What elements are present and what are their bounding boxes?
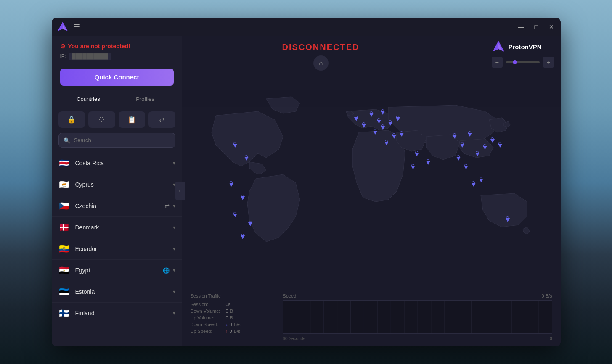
zoom-out-button[interactable]: − [492,57,503,68]
warning-icon: ⊙ [60,42,66,50]
flag-denmark: 🇩🇰 [58,222,70,232]
ip-value: ██████████ [69,53,111,60]
down-volume-value: 0 [226,309,228,314]
protection-status: ⊙ You are not protected! IP: ██████████ [52,36,182,63]
country-name-denmark: Denmark [75,224,173,231]
world-map-area[interactable] [182,69,561,288]
speed-chart-svg [283,300,552,334]
close-button[interactable]: ✕ [547,23,556,31]
filter-secure-btn[interactable]: 🔒 [58,111,85,128]
ip-label: IP: [60,53,66,59]
stat-up-volume: Up Volume: 0 B [191,315,275,320]
minimize-button[interactable]: — [517,23,525,31]
zoom-in-button[interactable]: + [543,57,554,68]
map-panel: ‹ DISCONNECTED ⌂ [182,36,561,346]
up-volume-unit: B [230,315,233,320]
protonvpn-logo: ProtonVPN [492,40,554,53]
chevron-costa-rica: ▾ [173,160,175,166]
disconnected-label: DISCONNECTED [282,42,359,52]
up-speed-unit: B/s [234,329,241,334]
protonvpn-icon [57,21,69,33]
speed-max-value: 0 B/s [541,293,552,298]
session-traffic-title: Session Traffic [191,293,275,298]
stat-down-volume: Down Volume: 0 B [191,309,275,314]
country-item-cyprus[interactable]: 🇨🇾 Cyprus ▾ [52,174,182,195]
app-window: ☰ — □ ✕ ⊙ You are not protected! IP: ███… [52,18,561,346]
down-volume-label: Down Volume: [191,309,224,314]
flag-czechia: 🇨🇿 [58,201,70,211]
down-speed-value: 0 [230,322,232,327]
country-item-finland[interactable]: 🇫🇮 Finland ▾ [52,303,182,324]
flag-ecuador: 🇪🇨 [58,244,70,254]
country-name-egypt: Egypt [75,267,163,274]
chart-footer: 60 Seconds 0 [283,336,552,341]
chevron-egypt: ▾ [173,267,175,273]
down-speed-label: Down Speed: [191,322,224,327]
filter-p2p-btn[interactable]: ⇄ [148,111,175,128]
country-name-finland: Finland [75,310,173,317]
up-arrow-icon: ↑ [226,329,228,334]
search-icon: 🔍 [64,137,70,143]
stats-panel: Session Traffic Session: 0s Down Volume:… [182,288,561,346]
country-item-estonia[interactable]: 🇪🇪 Estonia ▾ [52,281,182,303]
speed-chart: Speed 0 B/s [283,293,552,341]
home-icon: ⌂ [319,59,323,67]
chevron-ecuador: ▾ [173,246,175,252]
country-item-czechia[interactable]: 🇨🇿 Czechia ⇄ ▾ [52,195,182,217]
not-protected-text: You are not protected! [68,43,130,50]
session-value: 0s [226,302,231,307]
country-item-denmark[interactable]: 🇩🇰 Denmark ▾ [52,217,182,238]
zoom-slider[interactable] [506,61,540,63]
flag-costa-rica: 🇨🇷 [58,158,70,168]
up-volume-label: Up Volume: [191,315,224,320]
country-list: 🇨🇷 Costa Rica ▾ 🇨🇾 Cyprus ▾ 🇨🇿 Czechia ⇄… [52,153,182,346]
ip-row: IP: ██████████ [60,53,174,60]
chevron-denmark: ▾ [173,224,175,230]
country-item-costa-rica[interactable]: 🇨🇷 Costa Rica ▾ [52,153,182,174]
zoom-controls: − + [492,57,554,68]
country-name-czechia: Czechia [75,203,165,209]
stat-down-speed: Down Speed: ↓ 0 B/s [191,322,275,327]
stat-up-speed: Up Speed: ↑ 0 B/s [191,329,275,334]
chevron-estonia: ▾ [173,289,175,295]
filter-row: 🔒 🛡 📋 ⇄ [52,111,182,128]
session-label: Session: [191,302,224,307]
up-volume-value: 0 [226,315,228,320]
not-protected-banner: ⊙ You are not protected! [60,42,174,50]
quick-connect-button[interactable]: Quick Connect [60,69,174,86]
country-name-ecuador: Ecuador [75,245,173,252]
world-map-svg [182,69,561,288]
search-container: 🔍 [52,133,182,148]
country-name-cyprus: Cyprus [75,181,173,188]
map-top-bar: DISCONNECTED ⌂ ProtonVPN [182,36,561,69]
up-speed-label: Up Speed: [191,329,224,334]
country-name-costa-rica: Costa Rica [75,160,173,166]
search-input[interactable] [58,133,175,148]
flag-cyprus: 🇨🇾 [58,179,70,190]
brand-name: ProtonVPN [509,43,542,50]
flag-estonia: 🇪🇪 [58,287,70,297]
speed-chart-header: Speed 0 B/s [283,293,552,298]
brand-area: ProtonVPN − + [492,40,554,68]
proton-logo-icon [492,40,505,53]
badge-czechia: ⇄ [165,203,170,209]
title-bar: ☰ — □ ✕ [52,18,561,36]
flag-finland: 🇫🇮 [58,308,70,318]
maximize-button[interactable]: □ [532,23,540,31]
up-speed-value: 0 [230,329,232,334]
search-wrapper: 🔍 [58,133,175,148]
collapse-sidebar-button[interactable]: ‹ [175,182,185,200]
chevron-czechia: ▾ [173,203,175,209]
chart-time-max: 0 [550,336,552,341]
filter-shield-btn[interactable]: 🛡 [88,111,115,128]
chart-time-label: 60 Seconds [283,336,305,341]
down-volume-unit: B [230,309,233,314]
tab-countries[interactable]: Countries [60,92,117,106]
country-item-ecuador[interactable]: 🇪🇨 Ecuador ▾ [52,238,182,260]
tab-profiles[interactable]: Profiles [117,92,174,106]
country-item-egypt[interactable]: 🇪🇬 Egypt 🌐 ▾ [52,260,182,281]
badge-egypt: 🌐 [163,267,170,274]
filter-list-btn[interactable]: 📋 [119,111,146,128]
home-button[interactable]: ⌂ [313,55,329,71]
menu-icon[interactable]: ☰ [74,22,80,32]
